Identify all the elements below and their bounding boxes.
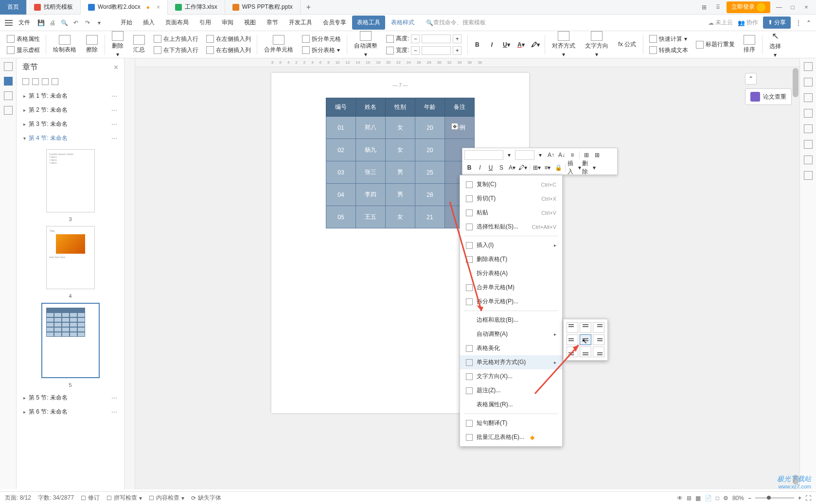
minimize-button[interactable]: —: [774, 4, 784, 11]
chapter-item-4[interactable]: ▾第 4 节: 未命名⋯: [17, 131, 124, 145]
ctx-cut[interactable]: 剪切(T)Ctrl+X: [460, 191, 562, 206]
tab-home[interactable]: 首页: [0, 0, 27, 15]
page-thumb-3[interactable]: Lorem ipsum dolor▪ item▪ item▪ item: [46, 149, 95, 212]
maximize-button[interactable]: □: [788, 4, 798, 11]
mini-lock[interactable]: 🔒: [553, 163, 563, 173]
ribbon-to-text[interactable]: 转换成文本: [647, 45, 690, 55]
mini-dropdown-1[interactable]: ▾: [504, 150, 514, 160]
vertical-scrollbar[interactable]: [793, 68, 798, 489]
menu-chapter[interactable]: 章节: [262, 16, 283, 30]
collab-button[interactable]: 👥 协作: [738, 18, 758, 27]
align-top-center[interactable]: [580, 322, 591, 333]
mini-table-icon-2[interactable]: ⊞: [592, 150, 602, 160]
status-words[interactable]: 字数: 34/2877: [38, 494, 74, 502]
toolbar-more-icon[interactable]: ⋮: [796, 19, 801, 26]
ribbon-split-table[interactable]: 拆分表格▾: [300, 45, 343, 55]
qat-preview-icon[interactable]: 🔍: [59, 18, 69, 28]
rail-chapter-icon[interactable]: [4, 77, 13, 86]
menu-table-style[interactable]: 表格样式: [386, 16, 419, 30]
side-toggle-icon[interactable]: ⌃: [745, 73, 757, 85]
align-middle-right[interactable]: [593, 334, 604, 345]
ribbon-merge[interactable]: 合并单元格: [261, 35, 296, 54]
table-anchor-icon[interactable]: ✥: [451, 123, 458, 130]
tab-close-icon[interactable]: ×: [157, 4, 160, 11]
data-table[interactable]: 编号 姓名 性别 年龄 备注 01郑八女20举例 02杨九女20 03张三男25…: [326, 98, 475, 228]
page-thumb-4[interactable]: Titletext text text: [46, 226, 95, 289]
mini-table-icon-1[interactable]: ⊞: [582, 150, 591, 160]
chapter-item-5[interactable]: ▸第 5 节: 未命名⋯: [17, 391, 124, 405]
ribbon-align[interactable]: 对齐方式▾: [549, 31, 578, 58]
ch-tool-3[interactable]: [42, 78, 49, 85]
rrail-icon-6[interactable]: [804, 140, 813, 149]
menu-devtools[interactable]: 开发工具: [284, 16, 317, 30]
login-button[interactable]: 立即登录: [727, 1, 770, 13]
tab-ppt[interactable]: WPS PPT教程.pptx: [225, 0, 301, 15]
ribbon-insert-below[interactable]: 在下方插入行: [152, 45, 200, 55]
mini-italic[interactable]: I: [475, 163, 485, 173]
rrail-icon-5[interactable]: [804, 124, 813, 133]
qat-dropdown-icon[interactable]: ▾: [94, 18, 104, 28]
cloud-status[interactable]: ☁ 未上云: [708, 18, 733, 27]
ch-tool-1[interactable]: [22, 78, 29, 85]
ribbon-font-color[interactable]: A▾: [515, 39, 526, 50]
ribbon-text-dir[interactable]: 文字方向▾: [582, 31, 611, 58]
menu-member[interactable]: 会员专享: [318, 16, 351, 30]
height-input[interactable]: [422, 35, 451, 43]
tab-add-button[interactable]: +: [301, 3, 317, 12]
search-box[interactable]: 🔍 查找命令、搜索模板: [426, 18, 486, 27]
ctx-beautify[interactable]: 表格美化: [460, 341, 562, 355]
status-content[interactable]: ☐ 内容检查 ▾: [149, 494, 184, 502]
zoom-in[interactable]: +: [798, 495, 801, 502]
ribbon-formula[interactable]: fx 公式: [615, 40, 639, 49]
status-missing-font[interactable]: ⟳ 缺失字体: [191, 494, 221, 502]
ctx-caption[interactable]: 题注(Z)...: [460, 383, 562, 398]
rail-search-icon[interactable]: [4, 106, 13, 115]
grid-view-icon[interactable]: ⊞: [699, 4, 709, 11]
th-gender[interactable]: 性别: [386, 98, 415, 117]
align-bottom-left[interactable]: [567, 347, 578, 357]
ctx-cell-align[interactable]: 单元格对齐方式(G)▸: [460, 355, 562, 369]
chapter-item-2[interactable]: ▸第 2 节: 未命名⋯: [17, 103, 124, 117]
align-bottom-center[interactable]: [580, 347, 591, 357]
ribbon-split-cell[interactable]: 拆分单元格: [300, 34, 343, 44]
ribbon-delete[interactable]: 删除▾: [109, 31, 126, 58]
align-top-left[interactable]: [567, 322, 578, 333]
status-view-icon-2[interactable]: ⊞: [687, 495, 692, 502]
th-id[interactable]: 编号: [326, 98, 356, 117]
zoom-label[interactable]: 80%: [732, 495, 744, 502]
chapter-close-icon[interactable]: ×: [114, 63, 118, 72]
status-view-icon-5[interactable]: □: [716, 495, 719, 502]
tab-template[interactable]: 找稻壳模板: [27, 0, 81, 15]
width-minus[interactable]: −: [411, 46, 420, 55]
ribbon-repeat-header[interactable]: 标题行重复: [694, 39, 737, 50]
mini-font-color[interactable]: A▾: [507, 163, 517, 173]
menu-layout[interactable]: 页面布局: [160, 16, 194, 30]
menu-review[interactable]: 审阅: [217, 16, 238, 30]
apps-icon[interactable]: ⠿: [713, 4, 723, 11]
status-view-icon-6[interactable]: ⚙: [723, 495, 728, 502]
status-view-icon-3[interactable]: ▦: [695, 495, 701, 502]
status-view-icon-4[interactable]: 📄: [705, 495, 712, 502]
rrail-icon-2[interactable]: [804, 78, 813, 87]
tab-xlsx[interactable]: 工作簿3.xlsx: [168, 0, 225, 15]
mini-bold[interactable]: B: [464, 163, 474, 173]
status-spell[interactable]: ☐ 拼写检查 ▾: [106, 494, 142, 502]
ribbon-highlight[interactable]: 🖍▾: [530, 39, 541, 50]
ctx-insert[interactable]: 插入(I)▸: [460, 238, 562, 252]
mini-strike[interactable]: S: [497, 163, 506, 173]
ctx-translate[interactable]: 短句翻译(T): [460, 416, 562, 430]
ribbon-select[interactable]: ↖选择▾: [766, 31, 784, 58]
ribbon-underline[interactable]: U▾: [501, 39, 512, 50]
ctx-copy[interactable]: 复制(C)Ctrl+C: [460, 177, 562, 191]
ctx-paste[interactable]: 粘贴Ctrl+V: [460, 206, 562, 220]
mini-insert[interactable]: 插入: [568, 163, 577, 173]
ribbon-autofit[interactable]: 自动调整▾: [351, 31, 380, 58]
ctx-merge-cells[interactable]: 合并单元格(M): [460, 280, 562, 295]
plagiarism-button[interactable]: 论文查重: [745, 88, 792, 105]
rrail-icon-8[interactable]: [804, 171, 813, 180]
qat-redo-icon[interactable]: ↷: [83, 18, 92, 28]
mini-decrease-font[interactable]: A↓: [557, 150, 567, 160]
ch-tool-2[interactable]: [32, 78, 39, 85]
rrail-icon-1[interactable]: [804, 62, 813, 71]
status-view-icon-1[interactable]: 👁: [677, 495, 683, 502]
